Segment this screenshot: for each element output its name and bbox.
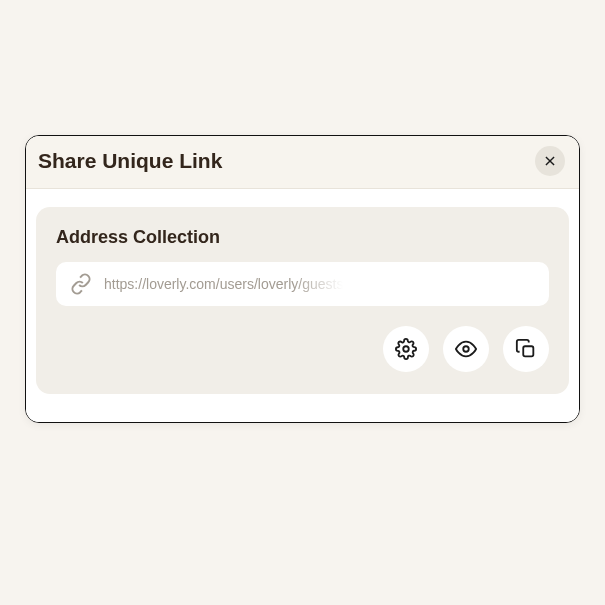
preview-button[interactable] xyxy=(443,326,489,372)
link-url: https://loverly.com/users/loverly/guests xyxy=(104,276,343,292)
address-collection-card: Address Collection https://loverly.com/u… xyxy=(36,207,569,394)
card-actions xyxy=(56,326,549,372)
share-link-modal: Share Unique Link Address Collection htt… xyxy=(25,135,580,423)
close-icon xyxy=(543,154,557,168)
svg-point-3 xyxy=(463,346,469,352)
modal-title: Share Unique Link xyxy=(38,149,222,173)
modal-body: Address Collection https://loverly.com/u… xyxy=(26,189,579,422)
gear-icon xyxy=(395,338,417,360)
copy-button[interactable] xyxy=(503,326,549,372)
card-title: Address Collection xyxy=(56,227,549,248)
link-field[interactable]: https://loverly.com/users/loverly/guests xyxy=(56,262,549,306)
link-icon xyxy=(70,273,92,295)
settings-button[interactable] xyxy=(383,326,429,372)
eye-icon xyxy=(455,338,477,360)
svg-point-2 xyxy=(403,346,409,352)
svg-rect-4 xyxy=(523,346,533,356)
close-button[interactable] xyxy=(535,146,565,176)
copy-icon xyxy=(515,338,537,360)
modal-header: Share Unique Link xyxy=(26,136,579,189)
